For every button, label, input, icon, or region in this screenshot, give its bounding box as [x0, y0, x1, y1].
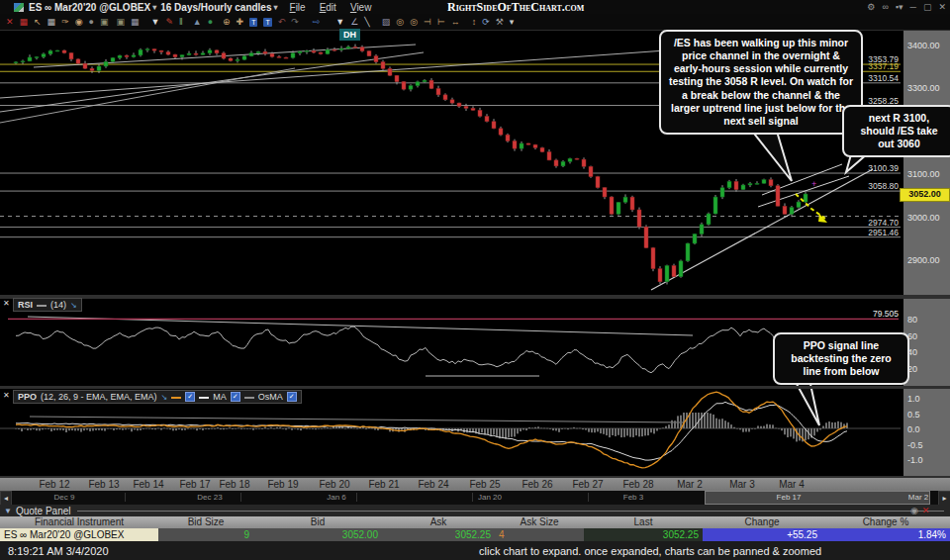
quote-cell[interactable]: +55.25 — [703, 528, 821, 541]
next-resistance-callout[interactable]: next R 3100, should /ES take out 3060 — [842, 105, 950, 157]
dropdown-triangle-icon[interactable]: ▼ — [151, 15, 160, 30]
quote-cell[interactable]: ES ∞ Mar20'20 @GLOBEX — [0, 528, 158, 541]
daily-high-marker: DH — [339, 29, 360, 41]
rsi-close-icon[interactable]: ✕ — [3, 299, 10, 308]
site-logo: RightSideOfTheChart.com — [447, 0, 584, 15]
quote-cell[interactable]: 3052.00 — [253, 528, 382, 541]
rsi-cursor-icon[interactable]: ↘ — [70, 301, 77, 310]
image-icon[interactable]: ▣ — [100, 15, 109, 30]
rsi-ppo-divider[interactable] — [0, 386, 950, 389]
quote-col-header[interactable]: Ask — [382, 516, 495, 528]
angle-tool-icon[interactable]: ∠ — [350, 15, 358, 30]
image-alt-icon[interactable]: ▣ — [116, 15, 125, 30]
undo-icon[interactable]: ↶ — [278, 15, 286, 30]
menu-file[interactable]: File — [290, 2, 306, 13]
ppo-cursor-icon[interactable]: ↘ — [161, 393, 168, 402]
ppo-header[interactable]: PPO (12, 26, 9 - EMA, EMA, EMA) ↘ ✓MA✓Os… — [13, 390, 302, 404]
menu-edit[interactable]: Edit — [320, 2, 336, 13]
wrench-icon[interactable]: ⚒ — [496, 15, 504, 30]
quote-col-header[interactable]: Financial Instrument — [0, 516, 158, 528]
ppo-legend: ✓MA✓OsMA✓ — [171, 392, 297, 402]
scrollbar-period-label: Jan 6 — [315, 493, 358, 502]
quote-cell[interactable]: 3052.25 — [584, 528, 703, 541]
dock-grid-icon[interactable]: ▦ — [20, 15, 29, 30]
expand-right-icon[interactable]: ⊢ — [437, 15, 445, 30]
stamp-tool-icon[interactable]: ✑ — [61, 15, 69, 30]
scrollbar-period-label: Dec 9 — [43, 493, 86, 502]
settings-gear-icon[interactable]: ⚙ — [867, 2, 875, 12]
quote-col-header[interactable]: Last — [584, 516, 703, 528]
text-tool-icon[interactable]: T — [249, 18, 257, 27]
scrollbar-divider — [240, 493, 241, 502]
menu-view[interactable]: View — [350, 2, 372, 13]
ppo-legend-checkbox-1[interactable]: ✓ — [231, 392, 240, 402]
quote-col-header[interactable]: Change % — [821, 516, 950, 528]
quote-cell[interactable]: 9 — [158, 528, 253, 541]
minimize-icon[interactable]: ─ — [910, 2, 916, 12]
chart-rsi-divider[interactable] — [0, 295, 950, 299]
symbol-selector[interactable]: ES ∞ Mar20'20 @GLOBEX — [29, 2, 150, 13]
layout-grid-icon[interactable]: ▦ — [131, 15, 140, 30]
quote-cell[interactable]: 1.84% — [821, 528, 950, 541]
ppo-legend-checkbox-2[interactable]: ✓ — [287, 392, 297, 402]
date-label: Feb 21 — [362, 479, 406, 490]
quote-col-header[interactable]: Bid — [253, 516, 382, 528]
split-vertical-icon[interactable]: ↕ — [472, 15, 477, 30]
scrollbar-period-label: Mar 2 — [897, 493, 940, 502]
crosshair-tool-icon[interactable]: ⊕ — [223, 15, 231, 30]
zoom-in-icon[interactable]: ◎ — [396, 15, 404, 30]
price-axis[interactable]: 3052.00 3400.003300.003200.003100.003000… — [903, 30, 950, 478]
expand-left-icon[interactable]: ⊣ — [424, 15, 431, 30]
grid-tool-icon[interactable]: ▦ — [48, 15, 56, 30]
ppo-callout[interactable]: PPO signal line backtesting the zero lin… — [773, 332, 909, 385]
quote-panel-titlebar[interactable]: ▼ Quote Panel — [0, 505, 950, 516]
hatch-tool-icon[interactable]: ▨ — [382, 15, 391, 30]
quote-cell[interactable]: 4 — [495, 528, 584, 541]
draw-ellipse-icon[interactable]: ◉ — [75, 15, 83, 30]
ppo-legend-checkbox-0[interactable]: ✓ — [185, 392, 195, 402]
quote-col-header[interactable]: Change — [703, 516, 821, 528]
text-note-tool-icon[interactable]: T — [263, 18, 271, 27]
close-panel-icon[interactable]: ✕ — [922, 506, 930, 515]
time-scrollbar[interactable]: ◂ ▸ Dec 9Dec 23Jan 6Jan 20Feb 3Feb 17Mar… — [0, 491, 950, 505]
link-icon[interactable]: ∞ — [882, 2, 888, 12]
date-label: Feb 12 — [33, 479, 76, 490]
sphere-icon[interactable]: ● — [89, 15, 94, 30]
quote-cell[interactable]: 3052.25 — [382, 528, 495, 541]
quote-table-row[interactable]: ES ∞ Mar20'20 @GLOBEX93052.003052.254305… — [0, 528, 950, 541]
quote-col-header[interactable]: Ask Size — [495, 516, 584, 528]
date-axis[interactable]: Feb 12Feb 13Feb 14Feb 17Feb 18Feb 19Feb … — [0, 478, 950, 491]
ppo-tick: -0.5 — [907, 440, 923, 450]
date-label: Feb 14 — [127, 479, 170, 490]
split-horizontal-icon[interactable]: ↔ — [451, 15, 460, 30]
ppo-close-icon[interactable]: ✕ — [3, 391, 10, 400]
zoom-out-icon[interactable]: ◎ — [410, 15, 418, 30]
restore-icon[interactable]: ▢ — [923, 2, 932, 12]
redo-icon[interactable]: ↷ — [291, 15, 299, 30]
svg-text:3058.80: 3058.80 — [868, 181, 899, 191]
triangle-tool-icon[interactable]: ▲ — [193, 15, 202, 30]
close-chart-icon[interactable]: ✕ — [6, 15, 14, 30]
pin-icon[interactable]: ▪▾ — [896, 2, 903, 12]
more-caret-icon[interactable]: ▾ — [510, 15, 515, 30]
quote-table-header[interactable]: Financial InstrumentBid SizeBidAskAsk Si… — [0, 516, 950, 528]
rsi-header[interactable]: RSI (14) ↘ — [13, 298, 82, 312]
pan-globe-icon[interactable]: ◉ — [910, 506, 918, 515]
quote-col-header[interactable]: Bid Size — [158, 516, 253, 528]
close-icon[interactable]: ✕ — [938, 2, 946, 12]
refresh-icon[interactable]: ⟳ — [482, 15, 490, 30]
scroll-left-button[interactable]: ◂ — [0, 491, 12, 506]
symbol-caret-icon[interactable]: ▾ — [152, 3, 156, 12]
arrow-tool-icon[interactable]: ⇨ — [313, 15, 321, 30]
trendline-tool-icon[interactable]: ╲ — [364, 15, 369, 30]
filter-triangle-icon[interactable]: ▼ — [335, 15, 344, 30]
globe-icon[interactable]: ● — [208, 15, 213, 30]
channel-callout[interactable]: /ES has been walking up this minor price… — [659, 30, 863, 135]
timeframe-caret-icon[interactable]: ▾ — [274, 3, 278, 12]
pointer-tool-icon[interactable]: ↖ — [34, 15, 42, 30]
timeframe-selector[interactable]: 16 Days/Hourly candles — [160, 2, 271, 13]
candles-tool-icon[interactable]: ‖ — [179, 15, 183, 30]
pencil-tool-icon[interactable]: ✎ — [165, 15, 173, 30]
collapse-triangle-icon[interactable]: ▼ — [4, 507, 12, 515]
measure-tool-icon[interactable]: ✚ — [237, 15, 244, 30]
